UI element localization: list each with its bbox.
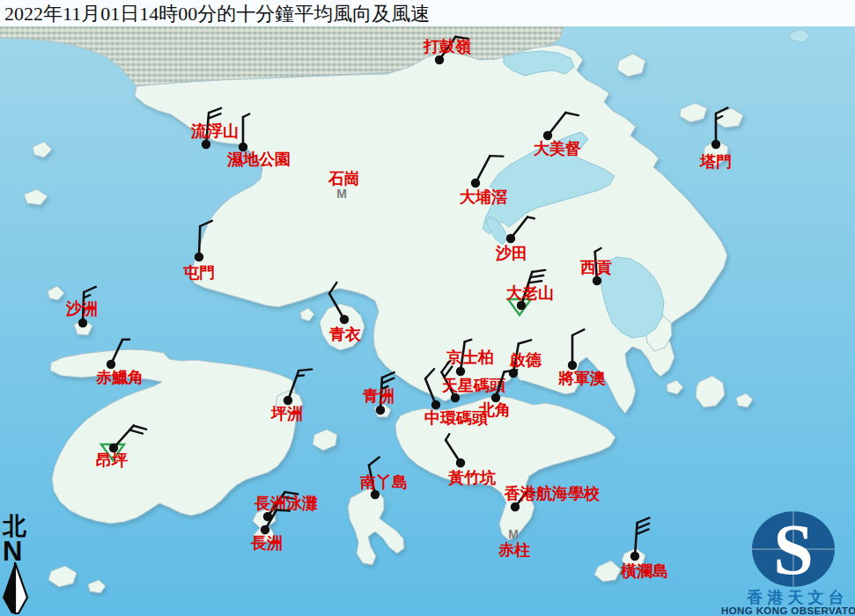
station-label[interactable]: 大埔滘 [459,188,507,206]
station-dot[interactable] [593,276,601,285]
station-label[interactable]: 石崗 [328,170,360,187]
station-label[interactable]: 京士柏 [446,348,494,366]
station-label[interactable]: 青洲 [362,387,394,405]
title-bar: 2022年11月01日14時00分的十分鐘平均風向及風速 [0,0,855,26]
station-label[interactable]: 塔門 [699,153,732,171]
station-label[interactable]: 流浮山 [190,122,239,140]
station-label[interactable]: 北角 [478,401,511,419]
station-dot[interactable] [195,253,203,261]
station-dot[interactable] [78,319,87,327]
station-label[interactable]: 青衣 [328,326,361,343]
station-label[interactable]: 將軍澳 [557,370,606,387]
wind-barb-full [276,510,290,510]
station-dot[interactable] [506,234,515,243]
station-label[interactable]: 啟德 [509,351,542,369]
station-dot[interactable] [711,140,720,149]
map-title: 2022年11月01日14時00分的十分鐘平均風向及風速 [4,3,430,25]
station-label[interactable]: 大老山 [505,284,554,302]
hong-kong-wind-map: 打鼓嶺流浮山濕地公園大美督塔門M石崗大埔滘沙田屯門西貢沙洲大老山青衣赤鱲角京士柏… [0,0,855,616]
station-dot[interactable] [568,361,577,370]
wind-barb-full [490,156,503,157]
station-dot[interactable] [371,490,380,499]
logo-name-chinese: 香港天文台 [747,589,849,606]
station-dot[interactable] [471,179,480,187]
station-dot[interactable] [107,360,115,369]
maintenance-marker: M [508,527,519,541]
station-dot[interactable] [543,131,552,140]
station-dot[interactable] [431,400,440,409]
logo-swirl-glyph: S [773,510,814,590]
station-label[interactable]: 赤鱲角 [95,369,144,386]
station-dot[interactable] [451,393,460,402]
wind-barb-staff [199,226,200,257]
station-label[interactable]: 天星碼頭 [441,377,505,394]
station-label[interactable]: 長洲泳灘 [254,495,318,512]
station-dot[interactable] [517,301,526,310]
logo-name-english: HONG KONG OBSERVATORY [721,605,855,616]
station-label[interactable]: 橫瀾島 [620,562,668,580]
station-label[interactable]: 屯門 [183,264,215,282]
station-dot[interactable] [630,552,639,561]
maintenance-marker: M [336,187,347,201]
station-dot[interactable] [284,396,292,405]
station-dot[interactable] [340,315,349,324]
station-label[interactable]: 濕地公園 [226,150,291,168]
station-label[interactable]: 西貢 [579,259,612,276]
station-dot[interactable] [435,55,444,64]
station-label[interactable]: 沙洲 [65,300,98,318]
station-label[interactable]: 打鼓嶺 [423,38,471,55]
station-label[interactable]: 香港航海學校 [504,485,601,502]
station-dot[interactable] [261,525,269,534]
wind-barb-full [299,370,312,371]
station-label[interactable]: 大美督 [533,139,582,158]
station-dot[interactable] [456,458,465,467]
station-dot[interactable] [376,406,385,414]
wind-map-page: 打鼓嶺流浮山濕地公園大美督塔門M石崗大埔滘沙田屯門西貢沙洲大老山青衣赤鱲角京士柏… [0,0,855,616]
wind-barb-half [527,217,534,219]
station-label[interactable]: 南丫島 [359,473,408,491]
station-dot[interactable] [456,367,465,376]
wind-barb-half [297,375,304,376]
station-label[interactable]: 赤柱 [498,541,531,559]
station-label[interactable]: 長洲 [250,534,283,552]
station-label[interactable]: 黃竹坑 [448,469,497,487]
compass-north-letter: N [3,536,22,567]
station-dot[interactable] [202,140,210,149]
station-dot[interactable] [511,502,520,511]
station-label[interactable]: 沙田 [495,245,527,262]
station-label[interactable]: 坪洲 [270,405,303,422]
station-label[interactable]: 昂坪 [96,451,128,469]
